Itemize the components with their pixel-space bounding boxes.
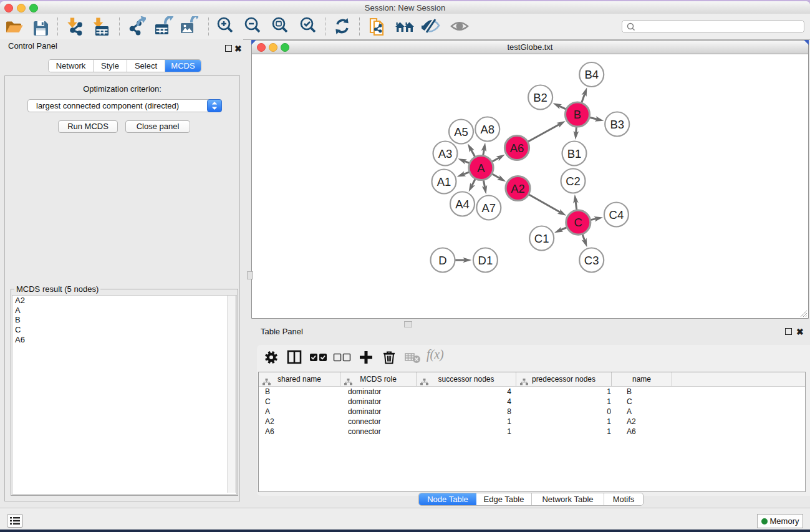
svg-text:A2: A2 [511, 182, 525, 195]
svg-text:B2: B2 [533, 91, 547, 104]
svg-text:C: C [574, 216, 582, 229]
svg-text:B1: B1 [567, 147, 582, 160]
svg-text:C4: C4 [609, 208, 624, 221]
svg-text:B3: B3 [610, 118, 624, 131]
svg-text:A8: A8 [480, 123, 494, 136]
svg-text:C1: C1 [534, 232, 549, 245]
svg-text:B4: B4 [584, 68, 599, 81]
svg-text:A4: A4 [455, 198, 470, 211]
svg-text:A3: A3 [438, 147, 453, 160]
svg-text:A6: A6 [510, 142, 524, 155]
svg-text:D1: D1 [478, 254, 493, 267]
svg-text:B: B [574, 108, 581, 121]
svg-text:D: D [438, 254, 446, 267]
svg-text:A7: A7 [481, 201, 496, 215]
svg-text:A1: A1 [437, 175, 451, 188]
svg-text:C2: C2 [566, 175, 581, 188]
svg-text:A5: A5 [454, 125, 468, 138]
svg-text:A: A [477, 162, 485, 175]
svg-text:C3: C3 [584, 254, 599, 267]
